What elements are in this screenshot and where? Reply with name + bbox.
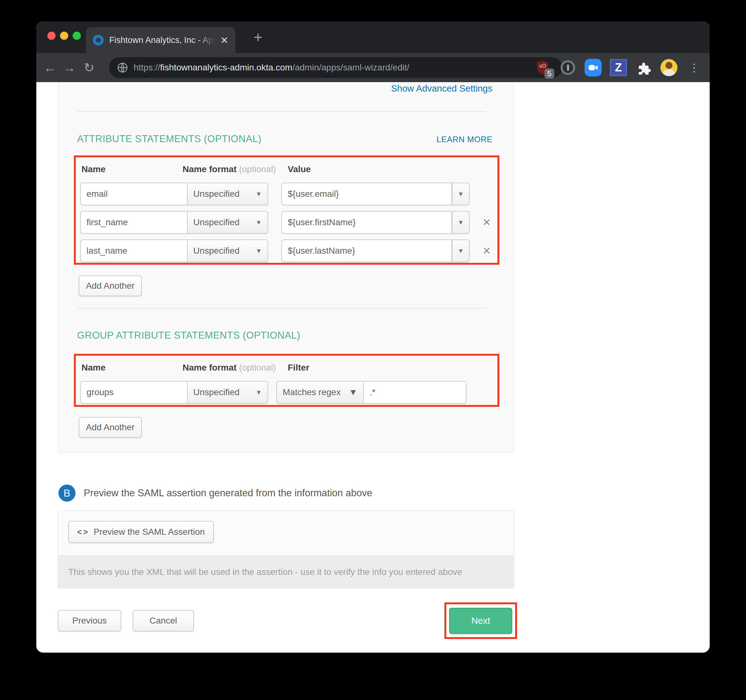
attr-format-value: Unspecified bbox=[193, 246, 239, 256]
group-filter-value-input[interactable] bbox=[364, 381, 466, 404]
attr-name-input[interactable] bbox=[80, 211, 188, 234]
url-scheme: https:// bbox=[134, 63, 160, 72]
next-button[interactable]: Next bbox=[449, 608, 512, 634]
tab-title: Fishtown Analytics, Inc - Applic bbox=[109, 35, 217, 45]
col-filter-label: Filter bbox=[288, 363, 309, 372]
preview-section-heading: B Preview the SAML assertion generated f… bbox=[59, 485, 372, 501]
previous-button[interactable]: Previous bbox=[58, 610, 121, 631]
chevron-down-icon: ▼ bbox=[458, 247, 464, 254]
chevron-down-icon: ▼ bbox=[458, 190, 464, 198]
onepassword-extension-icon[interactable] bbox=[560, 59, 576, 76]
chevron-down-icon: ▼ bbox=[256, 389, 262, 396]
browser-window: Fishtown Analytics, Inc - Applic ✕ + ← →… bbox=[36, 21, 710, 653]
new-tab-button[interactable]: + bbox=[254, 29, 262, 46]
code-brackets-icon: <> bbox=[77, 527, 89, 537]
attr-name-input[interactable] bbox=[80, 182, 188, 205]
saml-settings-card: Show Advanced Settings ATTRIBUTE STATEME… bbox=[58, 82, 514, 453]
window-controls bbox=[47, 32, 81, 40]
tab-close-icon[interactable]: ✕ bbox=[220, 35, 229, 46]
group-attribute-statements-title: GROUP ATTRIBUTE STATEMENTS (OPTIONAL) bbox=[77, 330, 300, 341]
attr-value-dropdown-button[interactable]: ▼ bbox=[452, 182, 470, 205]
attribute-table-headers: Name Name format (optional) Value bbox=[81, 164, 493, 175]
desktop-background: Fishtown Analytics, Inc - Applic ✕ + ← →… bbox=[0, 0, 746, 700]
attr-value-dropdown-button[interactable]: ▼ bbox=[452, 239, 470, 262]
forward-icon[interactable]: → bbox=[60, 61, 79, 75]
zoom-window-button[interactable] bbox=[73, 32, 81, 40]
attribute-row: Unspecified▼ ▼ ✕ bbox=[80, 239, 493, 262]
next-button-annotated-box: Next bbox=[444, 602, 517, 639]
url-text: https://fishtownanalytics-admin.okta.com… bbox=[134, 63, 409, 73]
address-bar[interactable]: https://fishtownanalytics-admin.okta.com… bbox=[109, 57, 562, 78]
preview-saml-assertion-button[interactable]: <> Preview the SAML Assertion bbox=[68, 521, 214, 543]
chevron-down-icon: ▼ bbox=[349, 387, 358, 397]
col-format-optional-label: (optional) bbox=[236, 164, 276, 174]
attr-format-value: Unspecified bbox=[193, 217, 239, 227]
z-extension-icon[interactable]: Z bbox=[610, 59, 627, 76]
group-filter-type-select[interactable]: Matches regex▼ bbox=[276, 381, 364, 404]
cancel-button[interactable]: Cancel bbox=[132, 610, 194, 631]
attribute-row: Unspecified▼ ▼ bbox=[80, 182, 493, 205]
globe-icon bbox=[117, 62, 128, 73]
group-attribute-statements-annotated-box: Name Name format (optional) Filter Unspe… bbox=[74, 354, 499, 407]
col-name-label: Name bbox=[81, 164, 105, 174]
group-format-select[interactable]: Unspecified▼ bbox=[188, 381, 268, 404]
preview-panel-body: <> Preview the SAML Assertion bbox=[58, 511, 514, 555]
profile-avatar[interactable] bbox=[660, 59, 677, 76]
url-path: /admin/apps/saml-wizard/edit/ bbox=[292, 63, 409, 72]
col-format-label: Name format bbox=[182, 363, 236, 372]
extension-area: uO 5 Z ⋮ bbox=[534, 53, 703, 82]
attr-format-select[interactable]: Unspecified▼ bbox=[188, 239, 268, 262]
close-window-button[interactable] bbox=[47, 32, 56, 40]
ublock-extension-icon[interactable]: uO 5 bbox=[534, 59, 551, 76]
col-format-optional-label: (optional) bbox=[236, 363, 276, 372]
page-viewport: Show Advanced Settings ATTRIBUTE STATEME… bbox=[36, 82, 710, 653]
attribute-statements-annotated-box: Name Name format (optional) Value Unspec… bbox=[74, 155, 499, 265]
add-another-attribute-button[interactable]: Add Another bbox=[79, 275, 142, 296]
show-advanced-settings-link[interactable]: Show Advanced Settings bbox=[391, 83, 492, 94]
col-value-label: Value bbox=[288, 164, 311, 174]
tab-strip: Fishtown Analytics, Inc - Applic ✕ + bbox=[36, 21, 710, 53]
group-attribute-row: Unspecified▼ Matches regex▼ bbox=[80, 381, 493, 404]
preview-section-title: Preview the SAML assertion generated fro… bbox=[84, 488, 372, 499]
col-format-label: Name format bbox=[182, 164, 236, 174]
okta-favicon-icon bbox=[93, 35, 104, 45]
zoom-extension-icon[interactable] bbox=[585, 59, 602, 76]
browser-tab[interactable]: Fishtown Analytics, Inc - Applic ✕ bbox=[86, 27, 235, 53]
attr-format-select[interactable]: Unspecified▼ bbox=[188, 211, 268, 234]
preview-button-label: Preview the SAML Assertion bbox=[93, 527, 205, 537]
svg-text:uO: uO bbox=[539, 63, 546, 69]
group-filter-type-value: Matches regex bbox=[283, 387, 341, 397]
attr-value-input[interactable] bbox=[281, 239, 452, 262]
preview-note-text: This shows you the XML that will be used… bbox=[68, 567, 462, 577]
attr-value-input[interactable] bbox=[281, 182, 452, 205]
url-host: fishtownanalytics-admin.okta.com bbox=[160, 63, 292, 72]
step-b-badge: B bbox=[59, 485, 75, 501]
group-name-input[interactable] bbox=[80, 381, 188, 404]
chevron-down-icon: ▼ bbox=[458, 219, 464, 226]
remove-row-icon[interactable]: ✕ bbox=[480, 217, 493, 228]
learn-more-link[interactable]: LEARN MORE bbox=[436, 135, 492, 145]
chevron-down-icon: ▼ bbox=[256, 190, 262, 198]
chevron-down-icon: ▼ bbox=[256, 219, 262, 226]
minimize-window-button[interactable] bbox=[60, 32, 68, 40]
add-another-group-attribute-button[interactable]: Add Another bbox=[79, 417, 142, 438]
extensions-puzzle-icon[interactable] bbox=[635, 59, 652, 76]
col-name-label: Name bbox=[81, 363, 105, 372]
attr-value-dropdown-button[interactable]: ▼ bbox=[452, 211, 470, 234]
chevron-down-icon: ▼ bbox=[256, 247, 262, 254]
divider bbox=[77, 111, 486, 112]
group-table-headers: Name Name format (optional) Filter bbox=[81, 363, 493, 373]
browser-toolbar: ← → ↻ https://fishtownanalytics-admin.ok… bbox=[36, 53, 710, 82]
back-icon[interactable]: ← bbox=[40, 61, 60, 75]
attribute-statements-title: ATTRIBUTE STATEMENTS (OPTIONAL) bbox=[77, 133, 262, 145]
attr-value-input[interactable] bbox=[281, 211, 452, 234]
attribute-row: Unspecified▼ ▼ ✕ bbox=[80, 211, 493, 234]
group-format-value: Unspecified bbox=[193, 387, 239, 397]
attr-format-select[interactable]: Unspecified▼ bbox=[188, 182, 268, 205]
browser-menu-icon[interactable]: ⋮ bbox=[686, 59, 703, 76]
attr-format-value: Unspecified bbox=[193, 189, 239, 199]
reload-icon[interactable]: ↻ bbox=[79, 60, 99, 75]
divider bbox=[77, 308, 486, 309]
remove-row-icon[interactable]: ✕ bbox=[480, 245, 493, 257]
attr-name-input[interactable] bbox=[80, 239, 188, 262]
